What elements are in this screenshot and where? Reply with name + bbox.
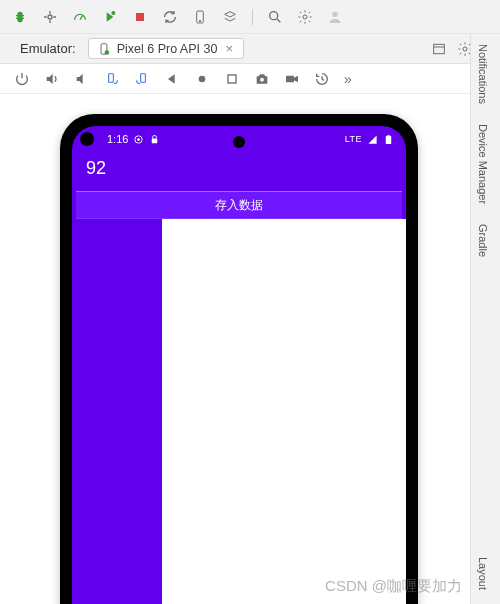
device-manager-tab[interactable]: Device Manager xyxy=(471,114,495,214)
notifications-tab[interactable]: Notifications xyxy=(471,34,495,114)
close-tab-icon[interactable]: × xyxy=(223,41,235,56)
avatar-icon[interactable] xyxy=(327,9,343,25)
svg-point-9 xyxy=(104,50,109,55)
svg-rect-21 xyxy=(386,135,392,143)
svg-rect-10 xyxy=(434,44,445,53)
svg-point-0 xyxy=(48,15,52,19)
volume-up-icon[interactable] xyxy=(44,71,60,87)
rotate-right-icon[interactable] xyxy=(134,71,150,87)
phone-frame: 1:16 LTE 92 存入数据 显示数据 xyxy=(60,114,418,604)
svg-rect-20 xyxy=(152,138,158,143)
status-clock: 1:16 xyxy=(107,133,128,145)
volume-down-icon[interactable] xyxy=(74,71,90,87)
svg-point-11 xyxy=(463,47,467,51)
svg-rect-22 xyxy=(388,134,390,135)
profiler-icon[interactable] xyxy=(72,9,88,25)
ide-main-toolbar xyxy=(0,0,500,34)
svg-point-5 xyxy=(270,11,278,19)
save-data-button[interactable]: 存入数据 xyxy=(76,191,402,219)
sync-icon[interactable] xyxy=(162,9,178,25)
svg-rect-15 xyxy=(228,75,236,83)
power-icon[interactable] xyxy=(14,71,30,87)
attach-debugger-icon[interactable] xyxy=(42,9,58,25)
battery-icon xyxy=(383,134,394,145)
status-bar: 1:16 LTE xyxy=(72,126,406,152)
search-icon[interactable] xyxy=(267,9,283,25)
device-tab-label: Pixel 6 Pro API 30 xyxy=(117,42,218,56)
app-title: 92 xyxy=(72,152,406,191)
svg-point-19 xyxy=(138,138,141,141)
svg-rect-2 xyxy=(136,13,144,21)
svg-point-4 xyxy=(199,20,200,21)
settings-gear-icon[interactable] xyxy=(297,9,313,25)
bug-icon[interactable] xyxy=(12,9,28,25)
snapshot-clock-icon[interactable] xyxy=(314,71,330,87)
status-lock-icon xyxy=(149,134,160,145)
app-inspection-icon[interactable] xyxy=(222,9,238,25)
toolbar-separator xyxy=(252,9,253,25)
record-video-icon[interactable] xyxy=(284,71,300,87)
emulator-toolbar: » xyxy=(0,64,500,94)
rotate-left-icon[interactable] xyxy=(104,71,120,87)
svg-rect-13 xyxy=(141,73,146,82)
svg-point-6 xyxy=(303,15,307,19)
show-data-button[interactable]: 显示数据 xyxy=(72,219,162,604)
svg-point-16 xyxy=(260,77,264,81)
screenshot-camera-icon[interactable] xyxy=(254,71,270,87)
emulator-tab-row: Emulator: Pixel 6 Pro API 30 × xyxy=(0,34,500,64)
emulator-stage: 1:16 LTE 92 存入数据 显示数据 xyxy=(0,94,470,604)
device-icon[interactable] xyxy=(192,9,208,25)
signal-icon xyxy=(367,134,378,145)
overview-square-icon[interactable] xyxy=(224,71,240,87)
right-tool-strip: Notifications Device Manager Gradle Layo… xyxy=(470,34,500,604)
phone-screen[interactable]: 1:16 LTE 92 存入数据 显示数据 xyxy=(72,126,406,604)
home-circle-icon[interactable] xyxy=(194,71,210,87)
more-icon[interactable]: » xyxy=(344,71,353,87)
window-icon[interactable] xyxy=(430,40,448,58)
gradle-tab[interactable]: Gradle xyxy=(471,214,495,267)
status-app-icon xyxy=(133,134,144,145)
run-with-coverage-icon[interactable] xyxy=(102,9,118,25)
emulator-label: Emulator: xyxy=(16,41,80,56)
layout-tab[interactable]: Layout xyxy=(471,547,495,600)
svg-point-1 xyxy=(111,11,115,15)
phone-small-icon xyxy=(97,42,111,56)
svg-rect-12 xyxy=(109,73,114,82)
stop-icon[interactable] xyxy=(132,9,148,25)
watermark: CSDN @咖喱要加力 xyxy=(325,577,462,596)
content-area xyxy=(162,219,406,604)
device-tab[interactable]: Pixel 6 Pro API 30 × xyxy=(88,38,244,59)
back-triangle-icon[interactable] xyxy=(164,71,180,87)
svg-rect-17 xyxy=(286,75,294,82)
svg-point-14 xyxy=(199,75,206,82)
svg-point-7 xyxy=(332,11,337,16)
status-lte: LTE xyxy=(345,134,362,144)
content-row: 显示数据 xyxy=(72,219,406,604)
